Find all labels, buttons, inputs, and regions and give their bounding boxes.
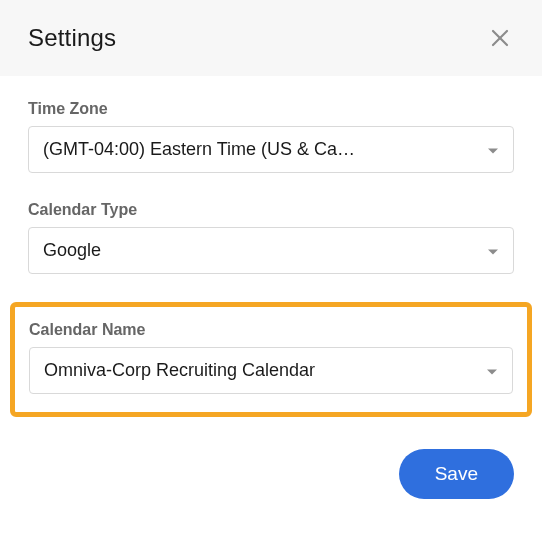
- calendar-name-value: Omniva-Corp Recruiting Calendar: [44, 360, 468, 381]
- field-calendar-name: Calendar Name Omniva-Corp Recruiting Cal…: [10, 302, 532, 417]
- dialog-header: Settings: [0, 0, 542, 76]
- time-zone-label: Time Zone: [28, 100, 514, 118]
- field-time-zone: Time Zone (GMT-04:00) Eastern Time (US &…: [28, 100, 514, 173]
- caret-down-icon: [487, 240, 499, 261]
- dialog-content: Time Zone (GMT-04:00) Eastern Time (US &…: [0, 76, 542, 417]
- time-zone-select[interactable]: (GMT-04:00) Eastern Time (US & Ca…: [28, 126, 514, 173]
- caret-down-icon: [487, 139, 499, 160]
- calendar-type-label: Calendar Type: [28, 201, 514, 219]
- calendar-type-value: Google: [43, 240, 469, 261]
- caret-down-icon: [486, 360, 498, 381]
- time-zone-value: (GMT-04:00) Eastern Time (US & Ca…: [43, 139, 469, 160]
- save-button[interactable]: Save: [399, 449, 514, 499]
- field-calendar-type: Calendar Type Google: [28, 201, 514, 274]
- close-icon: [490, 28, 510, 48]
- close-button[interactable]: [486, 24, 514, 52]
- dialog-title: Settings: [28, 24, 116, 52]
- dialog-footer: Save: [0, 441, 542, 519]
- calendar-name-label: Calendar Name: [29, 321, 513, 339]
- calendar-type-select[interactable]: Google: [28, 227, 514, 274]
- calendar-name-select[interactable]: Omniva-Corp Recruiting Calendar: [29, 347, 513, 394]
